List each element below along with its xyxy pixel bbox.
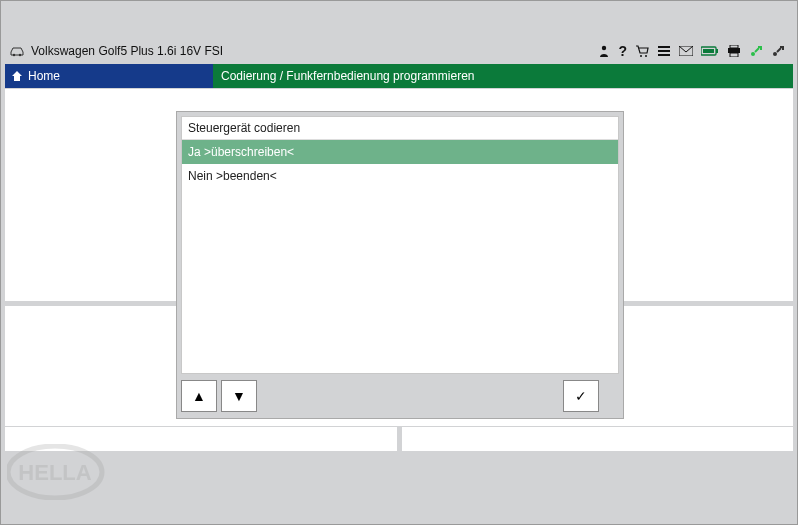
help-icon[interactable]: ? bbox=[618, 43, 627, 59]
svg-rect-5 bbox=[658, 46, 670, 48]
dialog-title: Steuergerät codieren bbox=[182, 117, 618, 140]
up-button[interactable]: ▲ bbox=[181, 380, 217, 412]
print-icon[interactable] bbox=[727, 45, 741, 57]
breadcrumb-text: Codierung / Funkfernbedienung programmie… bbox=[221, 69, 474, 83]
option-list: Steuergerät codieren Ja >überschreiben< … bbox=[181, 116, 619, 374]
footer-right bbox=[402, 427, 794, 451]
list-item[interactable]: Nein >beenden< bbox=[182, 164, 618, 188]
home-label: Home bbox=[28, 69, 60, 83]
down-icon: ▼ bbox=[232, 388, 246, 404]
svg-rect-11 bbox=[703, 49, 714, 53]
navbar: Home Codierung / Funkfernbedienung progr… bbox=[5, 64, 793, 88]
mail-icon[interactable] bbox=[679, 46, 693, 56]
svg-rect-13 bbox=[728, 48, 740, 53]
home-button[interactable]: Home bbox=[5, 64, 213, 88]
footer-left bbox=[5, 427, 397, 451]
connect-dark-icon[interactable] bbox=[771, 44, 785, 58]
svg-point-0 bbox=[13, 54, 15, 56]
topbar: Volkswagen Golf5 Plus 1.6i 16V FSI ? bbox=[5, 41, 793, 61]
battery-icon[interactable] bbox=[701, 46, 719, 56]
dialog-button-row: ▲ ▼ ✓ bbox=[177, 378, 623, 418]
hella-logo: HELLA bbox=[7, 444, 127, 500]
list-item[interactable]: Ja >überschreiben< bbox=[182, 140, 618, 164]
svg-point-2 bbox=[602, 46, 606, 50]
breadcrumb: Codierung / Funkfernbedienung programmie… bbox=[213, 64, 793, 88]
car-icon bbox=[9, 45, 25, 57]
confirm-button[interactable]: ✓ bbox=[563, 380, 599, 412]
person-icon[interactable] bbox=[598, 44, 610, 58]
vehicle-title: Volkswagen Golf5 Plus 1.6i 16V FSI bbox=[31, 44, 598, 58]
list-icon[interactable] bbox=[657, 44, 671, 58]
svg-point-17 bbox=[8, 446, 102, 498]
svg-point-1 bbox=[19, 54, 21, 56]
svg-point-15 bbox=[751, 52, 755, 56]
topbar-icons: ? bbox=[598, 43, 793, 59]
check-icon: ✓ bbox=[575, 388, 587, 404]
up-icon: ▲ bbox=[192, 388, 206, 404]
connect-green-icon[interactable] bbox=[749, 44, 763, 58]
svg-point-16 bbox=[773, 52, 777, 56]
down-button[interactable]: ▼ bbox=[221, 380, 257, 412]
footer-bar bbox=[5, 427, 793, 451]
svg-rect-6 bbox=[658, 50, 670, 52]
svg-rect-10 bbox=[716, 49, 718, 53]
logo-text: HELLA bbox=[18, 460, 91, 485]
svg-point-3 bbox=[640, 55, 642, 57]
cart-icon[interactable] bbox=[635, 44, 649, 58]
home-icon bbox=[11, 70, 23, 82]
svg-rect-14 bbox=[730, 53, 738, 57]
coding-dialog: Steuergerät codieren Ja >überschreiben< … bbox=[176, 111, 624, 419]
svg-rect-12 bbox=[730, 45, 738, 48]
svg-point-4 bbox=[645, 55, 647, 57]
svg-rect-7 bbox=[658, 54, 670, 56]
